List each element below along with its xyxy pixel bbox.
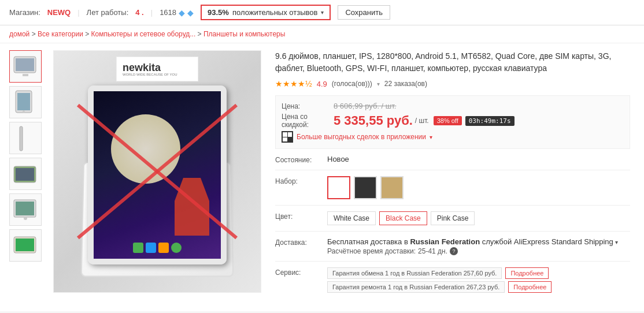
shipping-time: Расчётное время доставки: 25-41 дн. ? — [327, 247, 618, 255]
original-price: 8 606,99 руб. / шт. — [334, 102, 396, 110]
svg-point-11 — [24, 217, 27, 220]
delivery-label: Доставка: — [275, 237, 327, 247]
service-warranty-exchange-btn[interactable]: Гарантия обмена 1 год в Russian Federati… — [327, 267, 502, 279]
condition-row: Состояние: Новое — [275, 155, 630, 170]
thumbnail-1[interactable] — [9, 50, 42, 83]
price-section: Цена: 8 606,99 руб. / шт. Цена со скидко… — [275, 95, 630, 149]
breadcrumb-sep-1: > — [32, 30, 36, 38]
service-warranty-repair-details[interactable]: Подробнее — [508, 281, 552, 293]
breadcrumb-home[interactable]: домой — [9, 30, 29, 38]
header-bar: Магазин: NEWQ | Лет работы: 4 . | 1618 ◆… — [0, 0, 644, 25]
rating-count: (голоса(ов))) — [332, 80, 372, 88]
orders-count: 22 заказа(ов) — [384, 80, 427, 88]
thumbnail-5[interactable] — [9, 193, 42, 226]
breadcrumb-sep-3: > — [198, 30, 202, 38]
product-title: 9.6 дюймов, планшет, IPS, 1280*800, Andr… — [275, 50, 630, 74]
set-option-black[interactable] — [354, 176, 377, 199]
service-row: Сервис: Гарантия обмена 1 год в Russian … — [275, 267, 630, 299]
service-options: Гарантия обмена 1 год в Russian Federati… — [327, 267, 552, 293]
discounted-price-row: Цена со скидкой: 5 335,55 руб. / шт. 38%… — [282, 113, 624, 129]
app-deals-row[interactable]: Больше выгодных сделок в приложении ▾ — [282, 131, 624, 143]
service-label: Сервис: — [275, 267, 327, 277]
app-deals-arrow: ▾ — [430, 134, 432, 140]
off-badge: 38% off — [434, 116, 462, 125]
delivery-dropdown[interactable]: ▾ — [615, 239, 618, 245]
diamonds-count: 1618 ◆ ◆ — [160, 8, 194, 17]
diamond-icon-2: ◆ — [187, 8, 194, 17]
condition-label: Состояние: — [275, 155, 327, 164]
svg-rect-10 — [16, 202, 34, 215]
reviews-dropdown-arrow: ▾ — [321, 9, 324, 16]
svg-rect-4 — [17, 93, 30, 110]
svg-rect-6 — [20, 126, 23, 151]
qr-icon — [282, 131, 293, 143]
breadcrumb-sep-2: > — [85, 30, 89, 38]
svg-rect-13 — [16, 239, 34, 251]
svg-rect-8 — [16, 168, 34, 181]
countdown-timer: 03h:49m:17s — [465, 116, 515, 126]
store-label: Магазин: — [9, 8, 40, 17]
reviews-text: положительных отзывов — [232, 8, 317, 17]
years-label: Лет работы: — [87, 8, 129, 17]
reviews-percent: 93.5% — [208, 8, 229, 17]
set-option-white[interactable] — [327, 176, 350, 199]
discounted-price: 5 335,55 руб. — [334, 113, 413, 128]
set-row: Набор: — [275, 176, 630, 206]
delivery-region: Russian Federation — [410, 237, 480, 246]
save-button[interactable]: Сохранить — [338, 5, 390, 20]
set-option-gold[interactable] — [380, 176, 404, 199]
svg-rect-1 — [16, 58, 34, 71]
original-price-row: Цена: 8 606,99 руб. / шт. — [282, 102, 624, 110]
breadcrumb-tablets[interactable]: Планшеты и компьютеры — [203, 30, 285, 38]
breadcrumb: домой > Все категории > Компьютеры и сет… — [0, 25, 644, 43]
separator-2: | — [151, 8, 153, 17]
service-item-2: Гарантия ремонта 1 год в Russian Federat… — [327, 281, 552, 293]
thumbnail-6[interactable] — [9, 229, 42, 262]
shipping-text: Бесплатная доставка в Russian Federation… — [327, 237, 618, 246]
service-warranty-repair-btn[interactable]: Гарантия ремонта 1 год в Russian Federat… — [327, 281, 505, 293]
rating-value[interactable]: 4.9 — [317, 80, 327, 88]
condition-value: Новое — [327, 155, 349, 163]
rating-row: ★★★★½ 4.9 (голоса(ов))) ▾ 22 заказа(ов) — [275, 79, 630, 88]
rating-stars: ★★★★½ — [275, 79, 312, 88]
svg-point-5 — [23, 110, 25, 113]
breadcrumb-computers[interactable]: Компьютеры и сетевое оборуд... — [91, 30, 196, 38]
help-icon[interactable]: ? — [450, 247, 458, 255]
main-content: newkita WORLD WIDE BECAUSE OF YOU — [0, 43, 644, 311]
service-warranty-exchange-details[interactable]: Подробнее — [505, 267, 549, 279]
product-info: 9.6 дюймов, планшет, IPS, 1280*800, Andr… — [271, 50, 635, 304]
set-options — [327, 176, 404, 199]
thumbnail-3[interactable] — [9, 122, 42, 154]
years-value: 4 . — [135, 8, 143, 17]
color-white-case[interactable]: White Case — [327, 211, 376, 225]
thumbnail-list — [9, 50, 44, 304]
svg-rect-2 — [23, 74, 28, 76]
main-image: newkita WORLD WIDE BECAUSE OF YOU — [53, 50, 261, 293]
store-name[interactable]: NEWQ — [47, 8, 71, 17]
price-unit: / шт. — [415, 117, 429, 125]
color-options: White Case Black Case Pink Case — [327, 211, 475, 225]
color-row: Цвет: White Case Black Case Pink Case — [275, 211, 630, 232]
svg-text:newkita: newkita — [123, 62, 161, 73]
service-item-1: Гарантия обмена 1 год в Russian Federati… — [327, 267, 552, 279]
delivery-info: Бесплатная доставка в Russian Federation… — [327, 237, 618, 255]
rating-dropdown[interactable]: ▾ — [377, 81, 380, 87]
svg-text:WORLD WIDE BECAUSE OF YOU: WORLD WIDE BECAUSE OF YOU — [123, 73, 177, 76]
app-deals-text[interactable]: Больше выгодных сделок в приложении — [297, 133, 426, 141]
thumbnail-4[interactable] — [9, 158, 42, 190]
delivery-row: Доставка: Бесплатная доставка в Russian … — [275, 237, 630, 262]
separator-1: | — [77, 8, 79, 17]
color-label: Цвет: — [275, 211, 327, 221]
set-label: Набор: — [275, 176, 327, 185]
discount-label: Цена со скидкой: — [282, 113, 334, 129]
reviews-box[interactable]: 93.5% положительных отзывов ▾ — [201, 5, 331, 20]
price-label: Цена: — [282, 102, 334, 110]
thumbnail-2[interactable] — [9, 86, 42, 118]
tablet-visual: newkita WORLD WIDE BECAUSE OF YOU — [54, 51, 261, 292]
color-black-case[interactable]: Black Case — [379, 211, 427, 225]
diamond-icon-1: ◆ — [179, 8, 185, 17]
breadcrumb-all-categories[interactable]: Все категории — [38, 30, 83, 38]
color-pink-case[interactable]: Pink Case — [431, 211, 475, 225]
